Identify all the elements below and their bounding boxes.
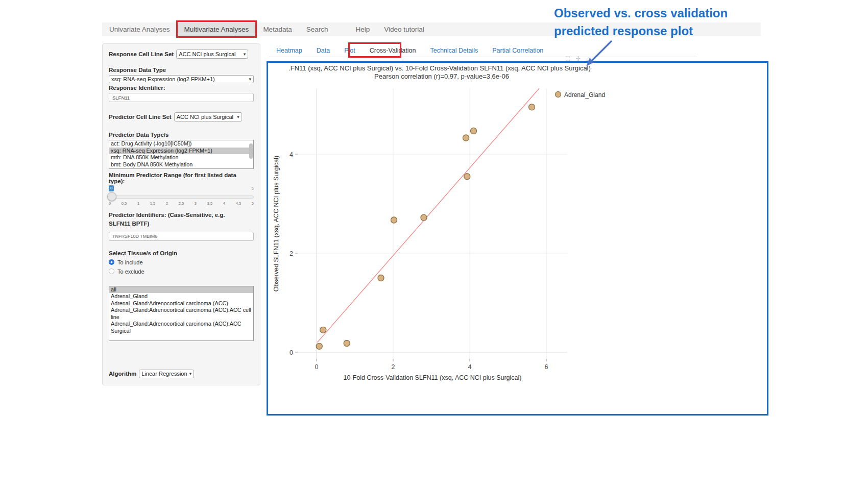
chevron-down-icon: ▾	[242, 52, 246, 57]
nav-item-video-tutorial[interactable]: Video tutorial	[377, 22, 431, 36]
x-axis-title: 10-Fold Cross-Validation SLFN11 (xsq, AC…	[344, 374, 522, 381]
annotation-line2: predicted response plot	[554, 22, 728, 40]
slider-tick: 0	[109, 201, 111, 206]
list-item[interactable]: xsq: RNA-seq Expression (log2 FPKM+1)	[109, 148, 253, 155]
nav-item-metadata[interactable]: Metadata	[256, 22, 299, 36]
predictor-identifiers-input[interactable]	[109, 232, 254, 241]
min-predictor-range-slider[interactable]: 0 5 0 0.5 1 1.5 2 2.5 3 3.5 4 4.5 5	[109, 185, 254, 207]
scatter-point[interactable]	[320, 327, 326, 333]
radio-to-exclude[interactable]: To exclude	[109, 269, 254, 275]
cross-validation-plot-panel: .FN11 (xsq, ACC NCI plus Surgical) vs. 1…	[267, 61, 768, 416]
response-cell-line-set-label: Response Cell Line Set	[109, 51, 174, 57]
response-identifier-input[interactable]	[109, 93, 254, 102]
y-tick-label: 0	[290, 349, 293, 356]
scatter-point[interactable]	[421, 214, 427, 221]
list-item[interactable]: mth: DNA 850K Methylation	[109, 154, 253, 161]
slider-tick-labels: 0 0.5 1 1.5 2 2.5 3 3.5 4 4.5 5	[109, 201, 254, 206]
slider-tick: 4	[223, 201, 225, 206]
radio-selected-icon	[109, 259, 114, 265]
list-item[interactable]: Adrenal_Gland	[109, 293, 253, 300]
tissue-origin-label: Select Tissue/s of Origin	[109, 250, 254, 256]
response-data-type-select[interactable]: xsq: RNA-seq Expression (log2 FPKM+1) ▾	[109, 75, 254, 83]
slider-tick: 3.5	[207, 201, 212, 206]
algorithm-select[interactable]: Linear Regression ▾	[139, 370, 194, 378]
scatter-point[interactable]	[316, 343, 322, 349]
y-tick-label: 4	[290, 151, 293, 158]
nav-item-search[interactable]: Search	[299, 22, 335, 36]
radio-label: To include	[117, 259, 143, 265]
slider-tick: 4.5	[236, 201, 241, 206]
predictor-data-types-label: Predictor Data Type/s	[109, 132, 254, 138]
scatter-point[interactable]	[464, 174, 470, 180]
legend-label[interactable]: Adrenal_Gland	[564, 91, 605, 99]
chevron-down-icon: ▾	[235, 114, 239, 119]
scatter-chart: 024602410-Fold Cross-Validation SLFN11 (…	[268, 81, 766, 414]
scatter-point[interactable]	[529, 104, 535, 110]
response-data-type-label: Response Data Type	[109, 67, 254, 73]
tab-partial-correlation[interactable]: Partial Correlation	[485, 44, 550, 57]
nav-item-multivariate-analyses[interactable]: Multivariate Analyses	[177, 22, 256, 36]
slider-tick: 5	[252, 201, 254, 206]
list-item[interactable]: Adrenal_Gland:Adrenocortical carcinoma (…	[109, 321, 253, 334]
response-cell-line-set-select[interactable]: ACC NCI plus Surgical ▾	[176, 50, 248, 59]
slider-tick: 0.5	[122, 201, 127, 206]
radio-to-include[interactable]: To include	[109, 259, 254, 265]
predictor-cell-line-set-value: ACC NCI plus Surgical	[177, 114, 233, 120]
response-data-type-value: xsq: RNA-seq Expression (log2 FPKM+1)	[111, 76, 215, 82]
y-tick-label: 2	[290, 250, 293, 257]
scatter-point[interactable]	[344, 340, 350, 347]
tissue-listbox[interactable]: all Adrenal_Gland Adrenal_Gland:Adrenoco…	[109, 286, 254, 341]
results-tabbar: Heatmap Data Plot Cross-Validation Techn…	[269, 44, 697, 57]
legend-marker-icon[interactable]	[556, 92, 561, 97]
predictor-data-types-listbox[interactable]: act: Drug Activity (-log10[IC50M]) xsq: …	[109, 140, 254, 169]
slider-tick: 2	[166, 201, 168, 206]
x-tick-label: 2	[392, 363, 395, 371]
tab-plot[interactable]: Plot	[337, 44, 363, 57]
tab-data[interactable]: Data	[309, 44, 337, 57]
tab-cross-validation[interactable]: Cross-Validation	[363, 44, 423, 57]
annotation-arrow-icon	[576, 39, 621, 69]
y-axis-title: Observed SLFN11 (xsq, ACC NCI plus Surgi…	[273, 156, 280, 292]
list-item[interactable]: Adrenal_Gland:Adrenocortical carcinoma (…	[109, 300, 253, 307]
tab-technical-details[interactable]: Technical Details	[423, 44, 485, 57]
plot-title: .FN11 (xsq, ACC NCI plus Surgical) vs. 1…	[267, 64, 618, 72]
radio-unselected-icon	[109, 269, 114, 274]
scatter-point[interactable]	[378, 275, 384, 281]
response-identifier-label: Response Identifier:	[109, 85, 254, 91]
listbox-scrollbar[interactable]	[249, 143, 253, 159]
chevron-down-icon: ▾	[187, 371, 192, 376]
predictor-identifiers-label: Predictor Identifiers: (Case-Sensitive, …	[109, 211, 247, 229]
predictor-cell-line-set-select[interactable]: ACC NCI plus Surgical ▾	[174, 112, 242, 121]
algorithm-label: Algorithm	[109, 371, 136, 377]
list-item[interactable]: all	[109, 286, 253, 294]
x-tick-label: 6	[545, 363, 548, 371]
slider-tick: 1	[137, 201, 139, 206]
trend-line	[318, 82, 545, 342]
radio-label: To exclude	[117, 269, 144, 275]
tab-heatmap[interactable]: Heatmap	[269, 44, 309, 57]
list-item[interactable]: act: Drug Activity (-log10[IC50M])	[109, 140, 253, 148]
analysis-sidebar: Response Cell Line Set ACC NCI plus Surg…	[102, 43, 260, 385]
slider-tick: 3	[195, 201, 197, 206]
slider-value-badge: 0	[109, 185, 114, 191]
algorithm-value: Linear Regression	[141, 371, 187, 377]
nav-item-help[interactable]: Help	[348, 22, 377, 36]
list-item[interactable]: bmt: Body DNA 850K Methylation	[109, 161, 253, 168]
x-tick-label: 4	[468, 363, 472, 371]
x-tick-label: 0	[315, 363, 319, 371]
slider-max-label: 5	[252, 186, 254, 191]
list-item[interactable]: Adrenal_Gland:Adrenocortical carcinoma (…	[109, 307, 253, 321]
slider-tick: 1.5	[150, 201, 155, 206]
annotation-text: Observed vs. cross validation predicted …	[554, 4, 728, 40]
annotation-line1: Observed vs. cross validation	[554, 4, 728, 22]
slider-track[interactable]	[109, 196, 254, 199]
slider-tick: 2.5	[179, 201, 184, 206]
slider-handle[interactable]	[107, 192, 116, 201]
response-cell-line-set-value: ACC NCI plus Surgical	[179, 51, 235, 57]
min-predictor-range-label: Minimum Predictor Range (for first liste…	[109, 172, 254, 184]
scatter-point[interactable]	[391, 217, 397, 223]
scatter-point[interactable]	[471, 128, 477, 134]
chevron-down-icon: ▾	[247, 77, 251, 82]
nav-item-univariate-analyses[interactable]: Univariate Analyses	[102, 22, 177, 36]
scatter-point[interactable]	[463, 135, 469, 141]
